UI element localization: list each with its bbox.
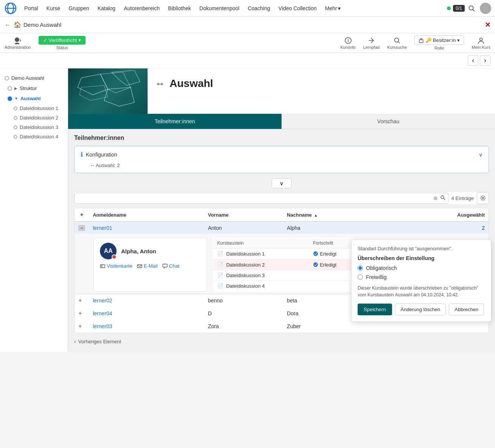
visitenkarte-link[interactable]: Visitenkarte	[100, 263, 132, 269]
nav-kurse[interactable]: Kurse	[43, 3, 64, 14]
lernpfad-group[interactable]: Lernpfad	[363, 37, 380, 50]
back-button[interactable]: ←	[5, 22, 11, 28]
admin-label: Administration	[5, 45, 31, 50]
element-icon-4: 📄	[217, 283, 223, 289]
kursinfo-group[interactable]: Kursinfo	[340, 37, 355, 50]
prev-element-link[interactable]: Vorheriges Element	[78, 339, 121, 344]
config-box: ℹ Konfiguration ∨ ↔ Auswahl: 2	[74, 146, 489, 173]
search-icon-btn[interactable]	[465, 2, 478, 14]
user-card: AA Alpha, Anton	[93, 238, 207, 291]
email-link[interactable]: E-Mail	[137, 263, 158, 269]
course-title: Auswahl	[170, 78, 213, 90]
rolle-label: Rolle	[434, 46, 444, 50]
sidebar-item-dateidiskussion3[interactable]: Dateidiskussion 3	[0, 122, 68, 132]
add-button-lerner03[interactable]: +	[78, 323, 82, 329]
save-button[interactable]: Speichern	[358, 304, 392, 315]
nav-coaching[interactable]: Coaching	[244, 3, 274, 14]
user-avatar[interactable]	[480, 3, 491, 14]
nav-autorenbereich[interactable]: Autorenbereich	[120, 3, 163, 14]
chevron-down-icon: ∨	[479, 152, 483, 158]
chevron-right-icon: ▶	[14, 86, 17, 90]
svg-marker-13	[100, 72, 131, 93]
add-button-lerner04[interactable]: +	[78, 310, 82, 316]
status-section: ✓ Veröffentlicht ▾ Status	[39, 36, 86, 50]
user-link-lerner01[interactable]: lerner01	[93, 225, 112, 231]
add-button-lerner02[interactable]: +	[78, 297, 82, 304]
col-anmeldename[interactable]: Anmeldename	[89, 208, 204, 222]
config-body: ↔ Auswahl: 2	[75, 163, 489, 173]
radio-obligatorisch-input[interactable]	[358, 265, 363, 271]
tab-teilnehmer[interactable]: Teilnehmer:innen	[68, 114, 282, 129]
circle-icon	[5, 76, 9, 81]
radio-obligatorisch[interactable]: Obligatorisch	[358, 265, 485, 271]
add-header-icon[interactable]: +	[80, 211, 83, 218]
table-row: + lerner03 Zora Zuber	[75, 320, 489, 333]
user-link-lerner04[interactable]: lerner04	[93, 310, 112, 316]
sidebar-item-dateidiskussion2[interactable]: Dateidiskussion 2	[0, 113, 68, 122]
user-avatar: AA	[100, 243, 117, 259]
mein-kurs-group[interactable]: Mein Kurs	[472, 37, 490, 50]
circle-icon-d3	[14, 126, 17, 129]
back-icon: ←	[5, 22, 11, 28]
radio-freiwillig[interactable]: Freiwillig	[358, 274, 485, 280]
logo[interactable]	[4, 2, 17, 15]
rolle-group: 🔑 Besitzer:in ▾ Rolle	[414, 36, 464, 50]
tooltip-standart-text: Standart Durchführung ist "ausgenommen".	[358, 246, 485, 251]
nav-mehr[interactable]: Mehr ▾	[321, 3, 344, 14]
rolle-button[interactable]: 🔑 Besitzer:in ▾	[414, 36, 464, 45]
svg-marker-15	[79, 85, 108, 101]
prev-arrow-button[interactable]: ‹	[468, 55, 478, 66]
col-vorname[interactable]: Vorname	[204, 208, 283, 222]
sidebar-item-struktur[interactable]: ▶ Struktur	[0, 83, 68, 93]
top-nav: Portal Kurse Gruppen Katalog Autorenbere…	[0, 0, 495, 17]
sidebar-item-dateidiskussion1[interactable]: Dateidiskussion 1	[0, 104, 68, 113]
next-arrow-button[interactable]: ›	[480, 55, 490, 66]
circle-icon-d2	[14, 116, 17, 120]
element-icon-2: 📄	[217, 262, 223, 268]
user-link-lerner02[interactable]: lerner02	[93, 298, 112, 304]
sort-arrow-icon: ▲	[314, 213, 318, 217]
minus-button[interactable]: −	[78, 225, 85, 231]
settings-button[interactable]	[477, 192, 489, 204]
sidebar-root-item[interactable]: Demo Auswahl	[0, 73, 68, 83]
nav-dokumentenpool[interactable]: Dokumentenpool	[196, 3, 243, 14]
tooltip-popup: Standart Durchführung ist "ausgenommen".…	[351, 239, 491, 322]
svg-line-4	[473, 9, 475, 11]
nav-gruppen[interactable]: Gruppen	[65, 3, 93, 14]
close-button[interactable]: ✕	[485, 21, 490, 29]
circle-icon-d1	[14, 107, 17, 110]
footer-nav-arrow-icon: ‹	[74, 338, 76, 344]
status-indicator: 0/1	[447, 5, 465, 12]
kursinfo-label: Kursinfo	[340, 45, 355, 50]
status-count: 0/1	[453, 5, 465, 12]
info-icon: ℹ	[81, 151, 83, 158]
svg-point-17	[441, 196, 444, 199]
cancel-button[interactable]: Abbrechen	[449, 304, 484, 315]
home-icon: 🏠	[14, 21, 21, 28]
toolbar: Administration ✓ Veröffentlicht ▾ Status…	[0, 33, 495, 53]
delete-change-button[interactable]: Änderung löschen	[395, 304, 446, 315]
publish-status-button[interactable]: ✓ Veröffentlicht ▾	[39, 36, 86, 45]
nav-katalog[interactable]: Katalog	[94, 3, 119, 14]
svg-point-3	[469, 6, 473, 10]
dropdown-button[interactable]: ∨	[272, 178, 291, 188]
nav-portal[interactable]: Portal	[20, 3, 42, 14]
search-icon[interactable]	[440, 195, 445, 202]
nav-bibliothek[interactable]: Bibliothek	[164, 3, 195, 14]
admin-group[interactable]: Administration	[5, 37, 31, 50]
chat-link[interactable]: Chat	[162, 263, 179, 269]
sidebar-item-auswahl[interactable]: ▼ Auswahl	[0, 93, 68, 104]
config-header[interactable]: ℹ Konfiguration ∨	[75, 146, 489, 163]
radio-freiwillig-input[interactable]	[358, 274, 363, 280]
sidebar-item-dateidiskussion4[interactable]: Dateidiskussion 4	[0, 132, 68, 141]
search-input[interactable]	[74, 193, 448, 204]
footer-nav: ‹ Vorheriges Element	[74, 333, 489, 347]
tab-vorschau[interactable]: Vorschau	[282, 114, 495, 129]
kurssuche-group[interactable]: Kurssuche	[387, 37, 407, 50]
user-link-lerner03[interactable]: lerner03	[93, 323, 112, 329]
search-clear-icon[interactable]: ⊗	[433, 195, 438, 201]
circle-icon-struktur	[8, 86, 12, 91]
col-nachname[interactable]: Nachname ▲	[283, 208, 390, 222]
nav-video-collection[interactable]: Video Collection	[275, 3, 321, 14]
svg-marker-12	[78, 74, 108, 95]
